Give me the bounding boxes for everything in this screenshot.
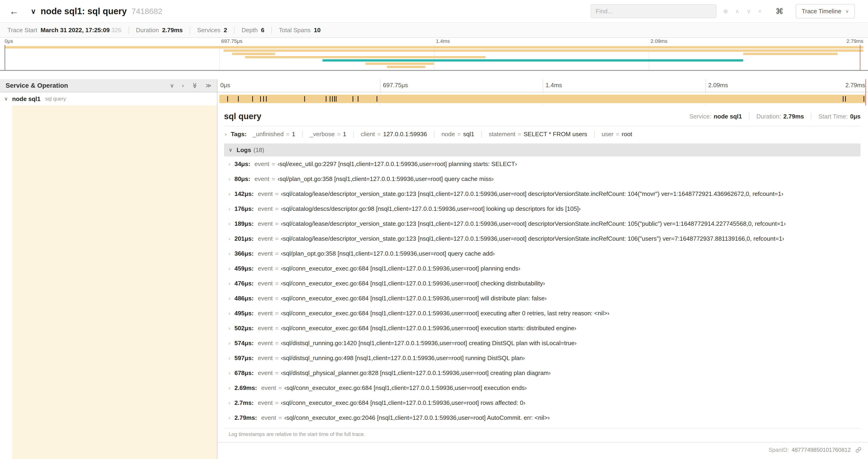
tag-item[interactable]: user = root [602, 131, 632, 138]
log-marker[interactable] [266, 96, 267, 102]
trace-view-dropdown[interactable]: Trace Timeline ∨ [796, 4, 855, 19]
log-entry[interactable]: › 2.79ms: event = ‹sql/conn_executor_exe… [224, 410, 861, 425]
log-marker[interactable] [358, 96, 359, 102]
timeline-minimap[interactable]: 0μs 697.75μs 1.4ms 2.09ms 2.79ms [0, 38, 868, 71]
log-timestamp: 176μs: [235, 205, 254, 212]
log-marker[interactable] [864, 96, 864, 102]
expand-all-icon[interactable]: ≫ [206, 82, 211, 89]
chevron-right-icon[interactable]: › [229, 161, 230, 167]
tag-item[interactable]: _unfinished = 1 [253, 131, 296, 138]
log-timestamp: 142μs: [235, 190, 254, 198]
trace-collapse-chevron-icon[interactable]: ∨ [31, 7, 36, 15]
log-field-key: event [258, 369, 273, 377]
logs-header[interactable]: ∨ Logs (18) [224, 143, 861, 157]
log-marker[interactable] [352, 96, 353, 102]
collapse-one-icon[interactable]: ∨ [170, 82, 174, 89]
span-name-cell[interactable]: ∨ node sql1 sql query [0, 92, 217, 105]
tag-item[interactable]: _verbose = 1 [310, 131, 346, 138]
log-marker[interactable] [330, 96, 331, 102]
log-marker[interactable] [843, 96, 843, 102]
log-field-key: event [261, 414, 276, 421]
span-row[interactable]: ∨ node sql1 sql query [0, 92, 868, 105]
log-entry[interactable]: › 502μs: event = ‹sql/conn_executor_exec… [224, 321, 861, 336]
log-marker[interactable] [260, 96, 261, 102]
find-input[interactable] [591, 4, 717, 18]
log-marker[interactable] [845, 96, 846, 102]
log-entry[interactable]: › 459μs: event = ‹sql/conn_executor_exec… [224, 261, 861, 276]
log-marker[interactable] [304, 96, 305, 102]
log-entry[interactable]: › 142μs: event = ‹sql/catalog/lease/desc… [224, 186, 861, 201]
tag-item[interactable]: client = 127.0.0.1:59936 [361, 131, 427, 138]
minimap-canvas[interactable] [5, 45, 863, 70]
tag-item[interactable]: statement = SELECT * FROM users [489, 131, 587, 138]
clear-find-icon[interactable]: × [758, 8, 762, 15]
chevron-right-icon[interactable]: › [229, 355, 230, 361]
next-match-icon[interactable]: ∨ [747, 8, 751, 15]
log-marker[interactable] [334, 96, 335, 102]
span-timeline-cell[interactable] [217, 92, 868, 105]
log-entry[interactable]: › 495μs: event = ‹sql/conn_executor_exec… [224, 306, 861, 321]
chevron-down-icon: ∨ [845, 8, 849, 14]
equals-sign: = [275, 220, 279, 227]
log-entry[interactable]: › 486μs: event = ‹sql/conn_executor_exec… [224, 291, 861, 306]
expand-one-icon[interactable]: › [182, 82, 184, 89]
log-marker[interactable] [332, 96, 333, 102]
log-marker[interactable] [326, 96, 327, 102]
chevron-right-icon[interactable]: › [229, 326, 230, 331]
chevron-right-icon[interactable]: › [229, 236, 230, 241]
summary-label: Trace Start [7, 27, 37, 34]
span-duration-bar[interactable] [219, 95, 866, 103]
log-entry[interactable]: › 34μs: event = ‹sql/exec_util.go:2297 [… [224, 157, 861, 171]
log-entry[interactable]: › 189μs: event = ‹sql/catalog/lease/desc… [224, 216, 861, 231]
chevron-right-icon[interactable]: › [229, 191, 230, 197]
log-marker[interactable] [377, 96, 377, 102]
keyboard-shortcuts-button[interactable]: ⌘ [773, 6, 786, 16]
log-marker[interactable] [263, 96, 264, 102]
ruler-tick: 2.79ms [845, 81, 865, 89]
tag-key: user [602, 131, 614, 138]
log-marker[interactable] [238, 96, 239, 102]
collapse-all-icon[interactable]: ≫ [191, 83, 198, 88]
back-button[interactable]: ← [5, 5, 23, 18]
prev-match-icon[interactable]: ∧ [735, 8, 740, 15]
chevron-right-icon[interactable]: › [229, 340, 230, 346]
log-entry[interactable]: › 476μs: event = ‹sql/conn_executor_exec… [224, 276, 861, 291]
log-entry[interactable]: › 366μs: event = ‹sql/plan_opt.go:358 [n… [224, 246, 861, 261]
focus-matches-icon[interactable]: ⊕ [723, 8, 728, 15]
tag-item[interactable]: node = sql1 [441, 131, 474, 138]
log-marker[interactable] [227, 96, 228, 102]
chevron-right-icon[interactable]: › [229, 385, 230, 391]
log-entry[interactable]: › 2.7ms: event = ‹sql/conn_executor_exec… [224, 395, 861, 410]
chevron-right-icon[interactable]: › [229, 370, 230, 376]
log-timestamp: 495μs: [235, 310, 254, 317]
chevron-right-icon[interactable]: › [225, 131, 226, 137]
chevron-down-icon[interactable]: ∨ [229, 147, 232, 153]
chevron-right-icon[interactable]: › [229, 415, 230, 421]
log-entry[interactable]: › 597μs: event = ‹sql/distsql_running.go… [224, 351, 861, 365]
log-entry[interactable]: › 574μs: event = ‹sql/distsql_running.go… [224, 336, 861, 351]
chevron-right-icon[interactable]: › [229, 311, 230, 316]
tags-row[interactable]: › Tags: _unfinished = 1 _verbose = 1 cli… [224, 126, 861, 142]
chevron-right-icon[interactable]: › [229, 296, 230, 301]
log-entry[interactable]: › 678μs: event = ‹sql/distsql_physical_p… [224, 365, 861, 381]
chevron-right-icon[interactable]: › [229, 400, 230, 405]
chevron-right-icon[interactable]: › [229, 266, 230, 271]
log-entry[interactable]: › 2.69ms: event = ‹sql/conn_executor_exe… [224, 381, 861, 395]
log-entry[interactable]: › 80μs: event = ‹sql/plan_opt.go:358 [ns… [224, 171, 861, 186]
link-icon[interactable] [856, 447, 862, 453]
log-marker[interactable] [336, 96, 337, 102]
chevron-right-icon[interactable]: › [229, 206, 230, 211]
chevron-right-icon[interactable]: › [229, 221, 230, 226]
log-marker[interactable] [252, 96, 253, 102]
log-field-value: ‹sql/conn_executor_exec.go:684 [nsql1,cl… [281, 265, 520, 272]
chevron-right-icon[interactable]: › [229, 281, 230, 286]
chevron-right-icon[interactable]: › [229, 251, 230, 256]
chevron-down-icon[interactable]: ∨ [4, 96, 8, 102]
range-start-scrubber[interactable] [5, 45, 5, 70]
log-entry[interactable]: › 201μs: event = ‹sql/catalog/lease/desc… [224, 231, 861, 246]
minimap-span-bar [743, 53, 838, 55]
log-field-key: event [258, 355, 273, 362]
log-entry[interactable]: › 176μs: event = ‹sql/catalog/descs/desc… [224, 201, 861, 216]
chevron-right-icon[interactable]: › [229, 176, 230, 182]
span-id-row: SpanID: 4877749850101760812 [217, 442, 868, 457]
